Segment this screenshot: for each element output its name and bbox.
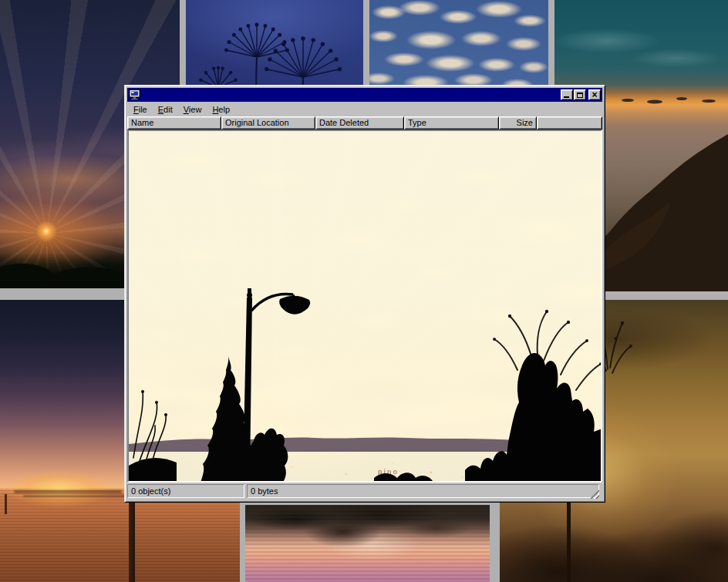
desktop: × File Edit View Help Name Original Loca…	[0, 0, 728, 582]
column-header-name[interactable]: Name	[127, 116, 221, 130]
wooden-pole	[5, 494, 7, 514]
close-button[interactable]: ×	[588, 89, 601, 100]
list-view[interactable]: pino	[127, 130, 602, 483]
background-photo-water-reflection	[245, 505, 490, 582]
water-ripples	[0, 490, 240, 582]
menu-item-file[interactable]: File	[128, 103, 153, 116]
photo-sunset-streetlamp: pino	[129, 131, 601, 481]
close-icon: ×	[592, 91, 597, 99]
maximize-icon	[577, 93, 583, 98]
water-ripples	[245, 505, 490, 582]
column-header-row: Name Original Location Date Deleted Type…	[127, 116, 602, 130]
status-bar: 0 object(s) 0 bytes	[127, 483, 602, 500]
column-header-type[interactable]: Type	[404, 116, 499, 130]
menu-item-edit[interactable]: Edit	[153, 103, 178, 116]
maximize-button[interactable]	[574, 89, 586, 100]
menu-item-view[interactable]: View	[178, 103, 207, 116]
status-objects: 0 object(s)	[127, 484, 244, 498]
menu-item-help[interactable]: Help	[207, 103, 235, 116]
computer-icon[interactable]	[129, 89, 141, 100]
column-header-size[interactable]: Size	[499, 116, 537, 130]
menu-bar: File Edit View Help	[127, 103, 602, 116]
wooden-pole	[567, 499, 571, 582]
column-header-original-location[interactable]: Original Location	[221, 116, 315, 130]
column-header-filler[interactable]	[537, 116, 602, 130]
minimize-button[interactable]	[561, 89, 573, 100]
recycle-bin-window: × File Edit View Help Name Original Loca…	[124, 85, 605, 503]
wooden-pole	[129, 493, 135, 582]
silhouettes-graphic	[129, 131, 602, 483]
column-header-date-deleted[interactable]: Date Deleted	[315, 116, 404, 130]
status-bytes: 0 bytes	[247, 484, 599, 498]
minimize-icon	[564, 96, 569, 98]
title-bar[interactable]: ×	[127, 88, 602, 102]
